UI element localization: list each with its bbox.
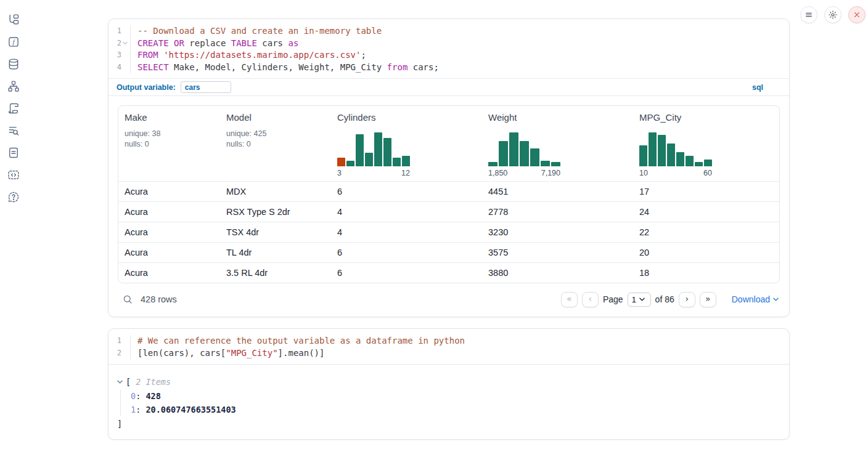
column-header-weight[interactable]: Weight1,8507,190	[482, 106, 633, 181]
table-cell: 4	[331, 202, 482, 222]
code-text: [len(cars), cars["MPG_City"].mean()]	[131, 347, 324, 360]
histogram-bar[interactable]	[383, 138, 391, 166]
code-line[interactable]: 2CREATE OR replace TABLE cars as	[108, 38, 789, 50]
histogram-bar[interactable]	[499, 141, 508, 166]
download-button[interactable]: Download	[732, 294, 779, 304]
next-page-button[interactable]: ›	[679, 292, 695, 307]
hist-max-label: 60	[703, 169, 712, 177]
histogram-bar[interactable]	[374, 132, 382, 166]
column-name: Model	[226, 112, 325, 123]
table-row[interactable]: Acura3.5 RL 4dr6388018	[118, 262, 779, 283]
histogram-bar[interactable]	[509, 132, 518, 166]
histogram-bar[interactable]	[402, 156, 410, 166]
line-number: 2	[117, 347, 121, 360]
table-cell: 4451	[482, 182, 633, 201]
histogram-bar[interactable]	[365, 153, 373, 166]
entry-value: 428	[145, 391, 160, 401]
code-text: FROM 'https://datasets.marimo.app/cars.c…	[131, 49, 366, 62]
column-header-mpg_city[interactable]: MPG_City1060	[633, 106, 780, 181]
histogram-bar[interactable]	[686, 156, 694, 166]
table-row[interactable]: AcuraMDX6445117	[118, 181, 779, 201]
scratchpad-icon[interactable]	[7, 102, 20, 115]
database-icon[interactable]	[7, 58, 20, 70]
column-stats: unique: 38nulls: 0	[125, 129, 214, 150]
gutter: 2	[108, 347, 131, 360]
histogram-bar[interactable]	[639, 145, 647, 166]
sql-code-editor[interactable]: 1-- Download a CSV and create an in-memo…	[108, 19, 789, 78]
column-stats: unique: 425nulls: 0	[226, 129, 325, 150]
column-header-cylinders[interactable]: Cylinders312	[331, 106, 482, 181]
histogram-bar[interactable]	[649, 132, 657, 166]
topbar-actions	[800, 6, 866, 23]
histogram-bar[interactable]	[704, 160, 712, 166]
dependency-graph-icon[interactable]	[7, 80, 20, 92]
code-line[interactable]: 2[len(cars), cars["MPG_City"].mean()]	[108, 347, 789, 360]
page-select[interactable]: 1	[628, 293, 651, 307]
code-line[interactable]: 4SELECT Make, Model, Cylinders, Weight, …	[108, 62, 789, 74]
code-text: # We can reference the output variable a…	[131, 335, 465, 347]
table-cell: Acura	[118, 182, 220, 201]
table-cell: TL 4dr	[220, 243, 331, 262]
table-row[interactable]: AcuraTL 4dr6357520	[118, 242, 779, 262]
histogram-bar[interactable]	[530, 148, 539, 166]
sql-cell: 1-- Download a CSV and create an in-memo…	[108, 18, 790, 317]
fold-spacer	[123, 65, 128, 70]
gutter: 3	[108, 49, 131, 62]
search-icon[interactable]	[122, 294, 133, 305]
last-page-button[interactable]: »	[700, 292, 716, 307]
histogram-cylinders: 312	[337, 132, 476, 177]
menu-button[interactable]	[800, 6, 817, 23]
hist-max-label: 12	[401, 169, 410, 177]
table-row[interactable]: AcuraRSX Type S 2dr4277824	[118, 201, 779, 222]
histogram-bar[interactable]	[551, 162, 560, 166]
histogram-bar[interactable]	[520, 141, 529, 166]
fold-spacer	[123, 52, 128, 58]
hist-min-label: 3	[337, 169, 342, 177]
histogram-bar[interactable]	[695, 162, 703, 166]
histogram-bar[interactable]	[488, 162, 497, 166]
document-icon[interactable]	[7, 147, 20, 159]
prev-page-button[interactable]: ‹	[582, 292, 599, 307]
logs-icon[interactable]	[7, 124, 20, 137]
histogram-bar[interactable]	[393, 158, 401, 166]
column-header-make[interactable]: Makeunique: 38nulls: 0	[118, 106, 220, 181]
settings-button[interactable]	[824, 6, 841, 23]
tree-entries: 0: 4281: 20.060747663551403	[120, 389, 779, 416]
function-icon[interactable]: f	[7, 36, 20, 48]
histogram-bar[interactable]	[658, 135, 666, 166]
table-row[interactable]: AcuraTSX 4dr4323022	[118, 222, 779, 242]
snippets-icon[interactable]	[7, 169, 20, 181]
gutter: 1	[108, 335, 131, 347]
help-icon[interactable]	[7, 191, 20, 203]
collapse-chevron-icon[interactable]	[117, 380, 125, 384]
table-cell: 18	[633, 263, 780, 283]
fold-chevron-icon[interactable]	[123, 41, 128, 46]
first-page-button[interactable]: «	[561, 292, 578, 307]
shutdown-icon	[852, 10, 862, 20]
histogram-bar[interactable]	[667, 144, 675, 166]
code-line[interactable]: 1-- Download a CSV and create an in-memo…	[108, 25, 789, 38]
fold-spacer	[123, 350, 128, 356]
data-table: Makeunique: 38nulls: 0Modelunique: 425nu…	[118, 105, 780, 283]
code-text: CREATE OR replace TABLE cars as	[131, 38, 298, 50]
output-variable-input[interactable]	[181, 81, 231, 93]
page-select-value: 1	[632, 295, 637, 304]
table-body: AcuraMDX6445117AcuraRSX Type S 2dr427782…	[118, 181, 779, 283]
line-number: 3	[117, 49, 121, 62]
hist-max-label: 7,190	[541, 169, 560, 177]
histogram-bar[interactable]	[346, 161, 354, 166]
language-badge: sql	[752, 83, 777, 92]
code-line[interactable]: 1# We can reference the output variable …	[108, 335, 789, 347]
python-code-editor[interactable]: 1# We can reference the output variable …	[108, 329, 789, 364]
histogram-bar[interactable]	[356, 134, 364, 166]
column-name: MPG_City	[639, 112, 774, 123]
histogram-bar[interactable]	[337, 158, 345, 166]
table-cell: 3880	[482, 263, 633, 283]
code-line[interactable]: 3FROM 'https://datasets.marimo.app/cars.…	[108, 49, 789, 62]
file-tree-icon[interactable]	[7, 14, 20, 26]
shutdown-button[interactable]	[848, 6, 866, 23]
histogram-bar[interactable]	[676, 152, 684, 166]
table-cell: MDX	[220, 182, 331, 201]
column-header-model[interactable]: Modelunique: 425nulls: 0	[220, 106, 331, 181]
histogram-bar[interactable]	[541, 161, 550, 166]
